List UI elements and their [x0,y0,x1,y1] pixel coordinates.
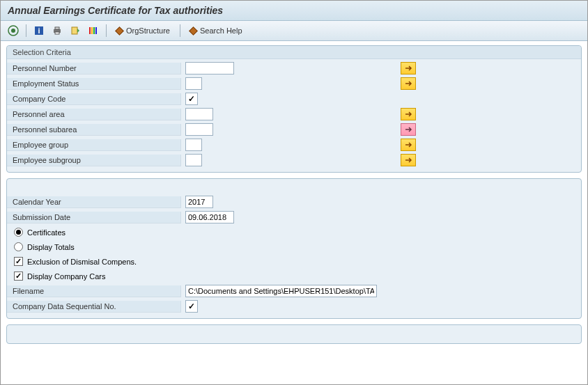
calendar-year-input[interactable] [185,196,213,208]
display-totals-label: Display Totals [27,243,75,251]
personnel-subarea-input[interactable] [185,123,213,136]
svg-rect-5 [55,27,59,29]
search-help-label: Search Help [200,26,242,35]
svg-rect-6 [55,32,59,34]
group-body: Personnel Number Employment Status Compa… [7,59,581,169]
bottom-panel [6,324,582,344]
selection-criteria-group: Selection Criteria Personnel Number Empl… [6,45,582,173]
content-area: Selection Criteria Personnel Number Empl… [1,41,587,348]
personnel-number-label: Personnel Number [7,63,181,74]
display-cars-label: Display Company Cars [27,272,105,281]
employee-group-input[interactable] [185,139,202,151]
submission-date-input[interactable] [185,211,234,223]
personnel-number-input[interactable] [185,62,234,74]
separator [26,24,26,37]
svg-rect-9 [91,27,93,34]
filename-label: Filename [7,285,181,297]
page-title: Annual Earnings Certificate for Tax auth… [1,1,587,21]
org-structure-label: OrgStructure [126,26,170,35]
svg-point-1 [11,29,15,33]
employee-subgroup-input[interactable] [185,154,202,166]
separator [106,24,107,37]
employee-group-label: Employee group [7,139,181,151]
search-help-button[interactable]: Search Help [186,25,247,36]
employment-status-label: Employment Status [7,78,181,90]
multiple-selection-button[interactable] [401,77,416,90]
diamond-icon [115,26,124,36]
svg-rect-10 [93,27,95,34]
svg-rect-11 [95,27,97,34]
multiple-selection-button[interactable] [401,139,416,151]
toolbar: i OrgStructure Search Help [1,21,587,41]
svg-text:i: i [38,26,40,35]
personnel-subarea-label: Personnel subarea [7,124,181,136]
multiple-selection-button[interactable] [401,108,416,120]
employment-status-input[interactable] [185,77,202,90]
calendar-year-label: Calendar Year [7,196,181,208]
multiple-selection-button[interactable] [401,62,416,74]
company-data-checkbox[interactable] [185,300,198,313]
multiple-selection-active-button[interactable] [401,123,416,136]
certificates-radio[interactable] [14,228,23,237]
personnel-area-label: Personnel area [7,109,181,120]
svg-rect-7 [72,27,77,34]
employee-subgroup-label: Employee subgroup [7,155,181,166]
company-code-label: Company Code [7,93,181,105]
svg-rect-8 [89,27,91,34]
options-group: Calendar Year Submission Date Certificat… [6,178,582,319]
group-title: Selection Criteria [7,46,581,59]
print-icon[interactable] [50,24,64,38]
certificates-label: Certificates [27,228,65,237]
multiple-selection-button[interactable] [401,154,416,166]
execute-icon[interactable] [6,24,20,38]
exclusion-label: Exclusion of Dismisal Compens. [27,258,137,266]
display-totals-radio[interactable] [14,242,23,251]
info-icon[interactable]: i [32,24,46,38]
personnel-area-input[interactable] [185,108,213,120]
company-code-checkbox[interactable] [185,93,198,105]
rainbow-icon[interactable] [86,24,100,38]
separator [180,24,180,37]
org-structure-button[interactable]: OrgStructure [112,25,174,36]
submission-date-label: Submission Date [7,212,181,223]
filename-input[interactable] [185,285,377,297]
exclusion-checkbox[interactable] [14,257,23,266]
display-cars-checkbox[interactable] [14,272,23,281]
variant-icon[interactable] [68,24,82,38]
diamond-icon [189,26,198,36]
group-body: Calendar Year Submission Date Certificat… [7,193,581,315]
company-data-label: Company Data Sequential No. [7,301,181,313]
